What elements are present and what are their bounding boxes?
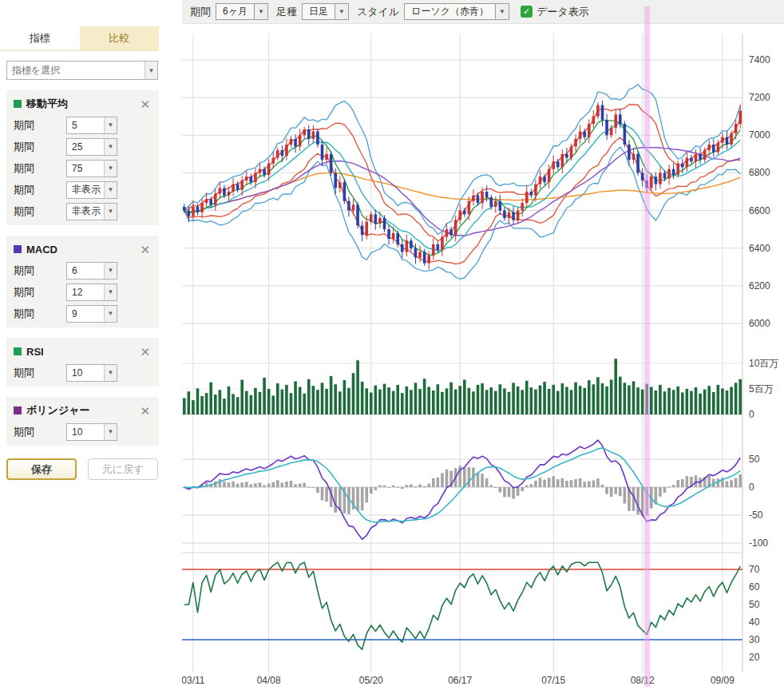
- svg-text:-100: -100: [749, 537, 768, 549]
- period-dropdown[interactable]: 6ヶ月 ▼: [216, 3, 268, 20]
- period-toolbar-label: 期間: [190, 5, 211, 19]
- ma-period-select-2[interactable]: 25 ▼: [66, 138, 117, 156]
- svg-text:6600: 6600: [749, 205, 770, 216]
- macd-signal-select[interactable]: 9 ▼: [66, 305, 117, 323]
- period-label: 期間: [14, 118, 66, 133]
- ma-period-row-4: 期間 非表示 ▼: [6, 179, 159, 200]
- chevron-down-icon: ▼: [145, 61, 157, 79]
- svg-text:6800: 6800: [749, 167, 770, 178]
- svg-text:30: 30: [749, 634, 760, 645]
- macd-color-swatch: [14, 245, 22, 253]
- ma-period-select-5[interactable]: 非表示 ▼: [66, 203, 117, 220]
- tab-compare[interactable]: 比較: [80, 26, 160, 50]
- svg-text:7000: 7000: [749, 129, 770, 141]
- section-moving-average: 移動平均 ✕ 期間 5 ▼ 期間 25 ▼: [6, 90, 159, 225]
- chevron-down-icon: ▼: [104, 284, 117, 300]
- svg-text:0: 0: [749, 482, 754, 493]
- svg-text:09/09: 09/09: [711, 675, 735, 686]
- ma-period-select-1[interactable]: 5 ▼: [66, 117, 117, 134]
- svg-text:50: 50: [749, 454, 760, 465]
- svg-text:07/15: 07/15: [541, 675, 565, 686]
- tab-indicators[interactable]: 指標: [0, 26, 80, 50]
- section-title: ボリンジャー: [26, 403, 138, 418]
- macd-fast-select[interactable]: 6 ▼: [66, 262, 117, 280]
- bollinger-color-swatch: [14, 406, 22, 414]
- close-icon[interactable]: ✕: [138, 405, 152, 417]
- section-bollinger: ボリンジャー ✕ 期間 10 ▼: [6, 397, 159, 446]
- macd-slow-select[interactable]: 12 ▼: [66, 284, 117, 301]
- svg-text:03/11: 03/11: [182, 675, 205, 686]
- close-icon[interactable]: ✕: [138, 346, 152, 358]
- indicator-select[interactable]: 指標を選択 ▼: [6, 61, 158, 80]
- chevron-down-icon: ▼: [104, 182, 117, 198]
- chevron-down-icon: ▼: [104, 204, 117, 220]
- section-title: RSI: [26, 346, 138, 358]
- chart-column: 期間 6ヶ月 ▼ 足種 日足 ▼ スタイル ローソク（赤青） ▼ ✓ データ表示…: [182, 0, 784, 690]
- rsi-period-row: 期間 10 ▼: [6, 362, 159, 383]
- svg-text:70: 70: [749, 564, 760, 575]
- bartype-toolbar-label: 足種: [276, 5, 297, 19]
- period-label: 期間: [14, 204, 66, 219]
- indicator-sidebar: 指標 比較 指標を選択 ▼ 移動平均 ✕ 期間 5 ▼: [0, 0, 182, 690]
- chevron-down-icon: ▼: [104, 424, 117, 440]
- period-label: 期間: [14, 285, 66, 299]
- macd-period-row-2: 期間 12 ▼: [6, 281, 159, 303]
- svg-text:50: 50: [749, 599, 760, 610]
- svg-text:40: 40: [749, 617, 760, 628]
- svg-text:7200: 7200: [749, 92, 770, 103]
- chevron-down-icon: ▼: [104, 263, 117, 279]
- ma-period-row-1: 期間 5 ▼: [6, 114, 159, 136]
- svg-text:08/12: 08/12: [631, 675, 655, 686]
- period-label: 期間: [14, 161, 66, 176]
- svg-text:05/20: 05/20: [359, 675, 383, 686]
- chart-canvas[interactable]: 7400720070006800660064006200600003/1104/…: [182, 24, 784, 690]
- svg-text:6200: 6200: [749, 280, 770, 291]
- period-label: 期間: [14, 307, 66, 321]
- section-title: MACD: [26, 244, 138, 256]
- svg-text:0: 0: [749, 409, 754, 420]
- chevron-down-icon[interactable]: ▼: [335, 3, 349, 20]
- bartype-dropdown[interactable]: 日足 ▼: [302, 3, 349, 20]
- period-label: 期間: [14, 366, 66, 380]
- indicator-select-value: 指標を選択: [7, 64, 145, 77]
- svg-text:10百万: 10百万: [749, 358, 778, 369]
- ma-period-row-2: 期間 25 ▼: [6, 136, 159, 157]
- ma-color-swatch: [14, 100, 22, 108]
- svg-text:20: 20: [749, 652, 760, 663]
- section-title: 移動平均: [26, 97, 138, 111]
- svg-text:60: 60: [749, 581, 760, 593]
- svg-text:6400: 6400: [749, 243, 770, 254]
- close-icon[interactable]: ✕: [138, 98, 152, 110]
- bollinger-period-select[interactable]: 10 ▼: [66, 423, 117, 441]
- ma-period-row-3: 期間 75 ▼: [6, 157, 159, 179]
- section-rsi: RSI ✕ 期間 10 ▼: [6, 338, 159, 387]
- stock-chart-app: 指標 比較 指標を選択 ▼ 移動平均 ✕ 期間 5 ▼: [0, 0, 784, 690]
- svg-text:6000: 6000: [749, 318, 770, 329]
- section-macd: MACD ✕ 期間 6 ▼ 期間 12 ▼: [6, 236, 159, 327]
- bollinger-period-row: 期間 10 ▼: [6, 421, 159, 442]
- ma-period-row-5: 期間 非表示 ▼: [6, 200, 159, 222]
- data-display-checkbox[interactable]: ✓: [521, 6, 533, 18]
- svg-text:5百万: 5百万: [749, 383, 774, 395]
- macd-period-row-3: 期間 9 ▼: [6, 303, 159, 324]
- sidebar-tabbar: 指標 比較: [0, 26, 159, 51]
- rsi-color-swatch: [14, 347, 22, 355]
- macd-period-row-1: 期間 6 ▼: [6, 260, 159, 281]
- svg-text:7400: 7400: [749, 54, 770, 65]
- ma-period-select-3[interactable]: 75 ▼: [66, 160, 117, 177]
- period-label: 期間: [14, 140, 66, 154]
- period-label: 期間: [14, 264, 66, 278]
- ma-period-select-4[interactable]: 非表示 ▼: [66, 181, 117, 199]
- chevron-down-icon: ▼: [104, 306, 117, 322]
- chevron-down-icon[interactable]: ▼: [496, 3, 509, 20]
- close-icon[interactable]: ✕: [138, 244, 152, 256]
- svg-text:-50: -50: [749, 510, 763, 521]
- reset-button[interactable]: 元に戻す: [88, 458, 158, 480]
- chevron-down-icon[interactable]: ▼: [255, 3, 268, 20]
- chevron-down-icon: ▼: [104, 161, 117, 176]
- style-dropdown[interactable]: ローソク（赤青） ▼: [404, 3, 509, 20]
- rsi-period-select[interactable]: 10 ▼: [66, 364, 117, 382]
- chart-toolbar: 期間 6ヶ月 ▼ 足種 日足 ▼ スタイル ローソク（赤青） ▼ ✓ データ表示: [182, 0, 784, 24]
- chevron-down-icon: ▼: [104, 139, 117, 155]
- save-button[interactable]: 保存: [6, 458, 77, 480]
